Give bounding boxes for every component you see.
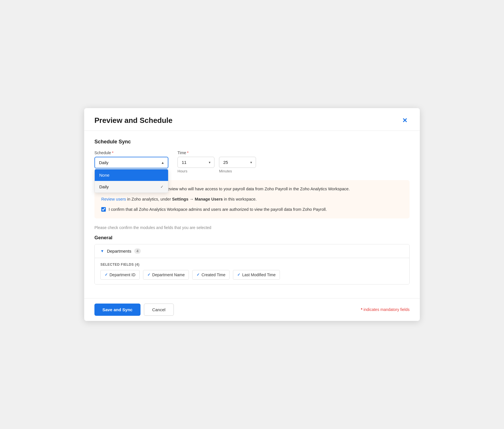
fields-title: SELECTED FIELDS (4) (100, 263, 404, 267)
field-label-2: Department Name (152, 273, 185, 277)
schedule-select[interactable]: Daily (94, 157, 168, 168)
field-label-1: Department ID (110, 273, 135, 277)
module-count: 4 (134, 248, 141, 254)
save-sync-button[interactable]: Save and Sync (94, 304, 141, 316)
module-header[interactable]: ▼ Departments 4 (95, 244, 409, 258)
fields-list: ✓ Department ID ✓ Department Name ✓ Crea… (100, 270, 404, 280)
schedule-sync-section: Schedule Sync Schedule* Daily ▲ (94, 139, 410, 173)
hours-select[interactable]: 11 (177, 157, 214, 168)
schedule-required-star: * (112, 150, 113, 155)
minutes-select-wrapper: 25 ▾ (219, 157, 256, 168)
field-label-4: Last Modified Time (242, 273, 276, 277)
confirm-row: I confirm that all Zoho Analytics Worksp… (101, 207, 403, 213)
general-section: General ▼ Departments 4 SELECTED FIELDS … (94, 235, 410, 284)
field-chip-last-modified-time: ✓ Last Modified Time (233, 270, 280, 280)
dropdown-item-daily[interactable]: Daily ✓ (95, 181, 168, 193)
dialog-title: Preview and Schedule (94, 116, 173, 125)
schedule-group: Schedule* Daily ▲ None (94, 150, 168, 168)
review-users-link[interactable]: Review users (101, 197, 126, 201)
minutes-wrapper: 25 ▾ Minutes (219, 157, 256, 173)
schedule-label: Schedule* (94, 150, 168, 155)
field-check-icon-2: ✓ (147, 273, 150, 277)
info-link-line: Review users in Zoho analytics, under Se… (101, 196, 403, 203)
field-label-3: Created Time (201, 273, 225, 277)
dropdown-item-none[interactable]: None (95, 169, 168, 181)
time-label: Time* (177, 150, 256, 155)
field-check-icon-3: ✓ (197, 273, 200, 277)
hours-sublabel: Hours (177, 169, 214, 173)
hours-select-wrapper: 11 ▾ (177, 157, 214, 168)
dialog: Preview and Schedule ✕ Schedule Sync Sch… (84, 108, 420, 321)
confirm-checkbox[interactable] (101, 207, 106, 212)
module-container: ▼ Departments 4 SELECTED FIELDS (4) ✓ De… (94, 244, 410, 284)
mandatory-text: indicates mandatory fields (362, 307, 410, 312)
chevron-down-icon: ▼ (100, 249, 104, 253)
selected-check-icon: ✓ (160, 185, 164, 189)
field-chip-created-time: ✓ Created Time (192, 270, 230, 280)
time-required-star: * (187, 150, 189, 155)
field-chip-department-name: ✓ Department Name (143, 270, 189, 280)
minutes-sublabel: Minutes (219, 169, 256, 173)
mandatory-note: * indicates mandatory fields (361, 307, 410, 312)
dialog-header: Preview and Schedule ✕ (84, 108, 420, 131)
settings-text: Settings → Manage Users (172, 197, 223, 201)
schedule-form-row: Schedule* Daily ▲ None (94, 150, 410, 173)
field-check-icon-4: ✓ (237, 273, 240, 277)
modules-hint: Please check confirm the modules and fie… (94, 225, 410, 230)
schedule-dropdown-menu: None Daily ✓ (94, 169, 168, 193)
cancel-button[interactable]: Cancel (144, 304, 174, 316)
schedule-select-wrapper: Daily ▲ None Daily ✓ (94, 157, 168, 168)
dialog-footer: Save and Sync Cancel * indicates mandato… (84, 298, 420, 321)
close-button[interactable]: ✕ (400, 116, 410, 125)
field-check-icon-1: ✓ (105, 273, 108, 277)
field-chip-department-id: ✓ Department ID (100, 270, 140, 280)
time-group: Time* 11 ▾ Hours (177, 150, 256, 173)
section-title: Schedule Sync (94, 139, 410, 145)
footer-actions: Save and Sync Cancel (94, 304, 174, 316)
minutes-select[interactable]: 25 (219, 157, 256, 168)
module-name: Departments (107, 249, 131, 253)
dialog-body: Schedule Sync Schedule* Daily ▲ (84, 131, 420, 298)
general-title: General (94, 235, 410, 241)
time-selects: 11 ▾ Hours 25 ▾ (177, 157, 256, 173)
confirm-label: I confirm that all Zoho Analytics Worksp… (109, 207, 327, 213)
hours-wrapper: 11 ▾ Hours (177, 157, 214, 173)
fields-section: SELECTED FIELDS (4) ✓ Department ID ✓ De… (95, 258, 409, 284)
